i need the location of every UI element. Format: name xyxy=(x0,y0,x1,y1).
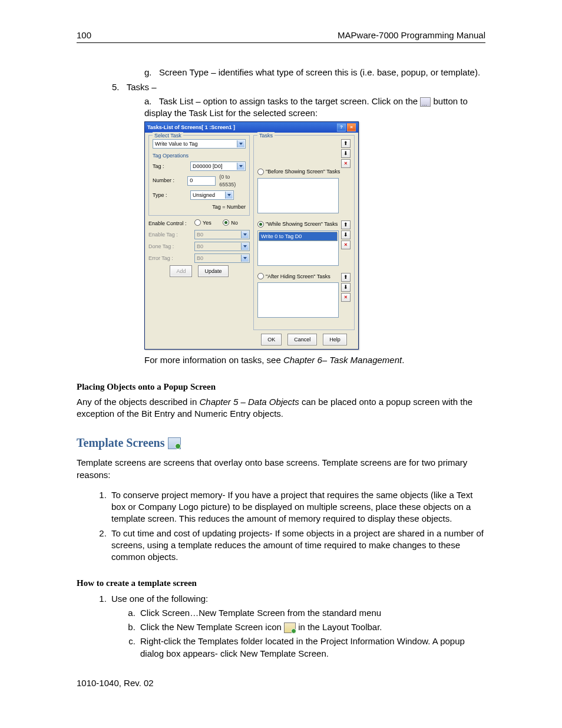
list-item: Right-click the Templates folder located… xyxy=(138,635,485,660)
enable-no-radio[interactable]: No xyxy=(223,219,238,226)
list-item-5: 5. Tasks – xyxy=(112,81,485,93)
error-tag-dropdown: B0 xyxy=(194,253,250,263)
close-icon[interactable]: × xyxy=(347,123,356,131)
tag-dropdown[interactable]: D00000 [D0] xyxy=(190,162,246,171)
template-reasons-list: To conserve project memory- If you have … xyxy=(77,489,485,564)
howto-section-head: How to create a template screen xyxy=(77,577,485,589)
template-screen-icon xyxy=(168,437,181,449)
delete-icon[interactable]: × xyxy=(341,159,351,168)
enable-control-row: Enable Control : Yes No xyxy=(148,219,250,228)
move-up-icon[interactable]: ⬆ xyxy=(341,139,351,148)
template-screens-heading: Template Screens xyxy=(77,435,485,451)
template-intro: Template screens are screens that overla… xyxy=(77,457,485,481)
help-icon[interactable]: ? xyxy=(337,123,346,131)
update-button[interactable]: Update xyxy=(198,265,228,277)
page-number: 100 xyxy=(77,29,91,41)
type-dropdown[interactable]: Unsigned xyxy=(190,190,234,200)
task-item[interactable]: Write 0 to Tag D0 xyxy=(259,232,338,241)
tasks-fieldset: Tasks ⬆ ⬇ × "Before Showing Screen" Task… xyxy=(253,135,355,330)
add-button[interactable]: Add xyxy=(170,265,192,277)
done-tag-dropdown: B0 xyxy=(194,242,250,251)
delete-icon[interactable]: × xyxy=(341,293,351,302)
move-down-icon[interactable]: ⬇ xyxy=(341,230,351,239)
dialog-titlebar: Tasks-List of Screens[ 1 :Screen1 ] ? × xyxy=(145,122,358,133)
move-down-icon[interactable]: ⬇ xyxy=(341,283,351,292)
while-showing-radio[interactable]: "While Showing Screen" Tasks xyxy=(257,220,338,228)
list-item: Click the New Template Screen icon in th… xyxy=(138,621,485,633)
after-tasklist[interactable] xyxy=(257,282,339,318)
number-input[interactable]: 0 xyxy=(187,176,216,186)
howto-list: Use one of the following: Click Screen…N… xyxy=(77,593,485,660)
while-tasklist[interactable]: Write 0 to Tag D0 xyxy=(257,230,339,266)
move-up-icon[interactable]: ⬆ xyxy=(341,273,351,282)
ok-button[interactable]: OK xyxy=(261,334,282,345)
footer-rev: 1010-1040, Rev. 02 xyxy=(77,677,485,689)
list-item: Use one of the following: Click Screen…N… xyxy=(109,593,485,660)
list-item: To conserve project memory- If you have … xyxy=(109,489,485,525)
enable-tag-dropdown: B0 xyxy=(194,230,250,239)
manual-title: MAPware-7000 Programming Manual xyxy=(338,29,485,41)
dialog-caption: For more information on tasks, see Chapt… xyxy=(144,354,485,366)
before-tasklist[interactable] xyxy=(257,178,339,213)
list-item: To cut time and cost of updating project… xyxy=(109,528,485,564)
cancel-button[interactable]: Cancel xyxy=(287,334,317,345)
select-task-fieldset: Select Task Write Value to Tag Tag Opera… xyxy=(148,135,250,216)
select-task-dropdown[interactable]: Write Value to Tag xyxy=(153,139,246,149)
enable-yes-radio[interactable]: Yes xyxy=(194,219,211,226)
tag-operations-label: Tag Operations xyxy=(153,152,246,159)
popup-section-head: Placing Objects onto a Popup Screen xyxy=(77,381,485,393)
move-up-icon[interactable]: ⬆ xyxy=(341,220,351,229)
list-item-g: g. Screen Type – identifies what type of… xyxy=(144,67,485,78)
delete-icon[interactable]: × xyxy=(341,241,351,249)
tasks-dialog: Tasks-List of Screens[ 1 :Screen1 ] ? × … xyxy=(144,121,359,350)
task-list-icon xyxy=(420,97,431,107)
popup-section-body: Any of the objects described in Chapter … xyxy=(77,396,485,420)
before-showing-radio[interactable]: "Before Showing Screen" Tasks xyxy=(257,168,340,175)
list-item: Click Screen…New Template Screen from th… xyxy=(138,607,485,619)
dialog-title: Tasks-List of Screens[ 1 :Screen1 ] xyxy=(147,124,235,131)
after-hiding-radio[interactable]: "After Hiding Screen" Tasks xyxy=(257,273,330,280)
list-item-a: a. Task List – option to assign tasks to… xyxy=(144,95,485,120)
help-button[interactable]: Help xyxy=(323,334,347,345)
new-template-screen-icon xyxy=(284,622,296,633)
move-down-icon[interactable]: ⬇ xyxy=(341,149,351,158)
page-header: 100 MAPware-7000 Programming Manual xyxy=(77,29,485,43)
